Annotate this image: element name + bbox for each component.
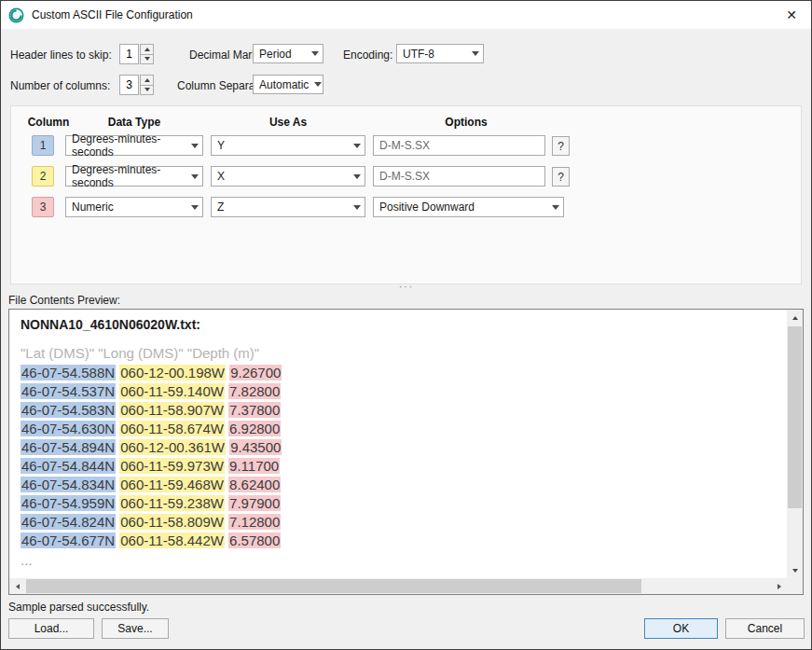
horizontal-scrollbar-thumb[interactable]	[26, 579, 641, 593]
scroll-left-button[interactable]	[9, 578, 25, 594]
horizontal-scrollbar[interactable]	[9, 578, 787, 594]
lat-cell: 46-07-54.588N	[21, 365, 116, 380]
num-columns-down-button[interactable]	[140, 85, 154, 96]
depth-cell: 7.12800	[228, 514, 281, 530]
depth-cell: 7.97900	[228, 495, 281, 511]
save-button[interactable]: Save...	[102, 618, 169, 639]
splitter-handle[interactable]: ···	[399, 282, 414, 291]
column-header-datatype: Data Type	[108, 116, 160, 129]
data-type-select-1[interactable]: Degrees-minutes-seconds	[65, 135, 203, 156]
depth-cell: 8.62400	[228, 477, 281, 492]
depth-cell: 9.26700	[229, 365, 282, 380]
depth-cell: 9.43500	[229, 439, 282, 455]
scroll-down-button[interactable]	[787, 562, 803, 578]
num-columns-spinner	[119, 75, 154, 95]
data-type-value: Degrees-minutes-seconds	[72, 163, 186, 189]
arrow-down-icon	[145, 57, 150, 61]
use-as-value: Y	[217, 139, 225, 152]
use-as-select-2[interactable]: X	[211, 166, 365, 187]
column-badge-2: 2	[32, 166, 54, 187]
arrow-right-icon	[778, 584, 781, 589]
options-input-1[interactable]	[373, 135, 545, 156]
load-button[interactable]: Load...	[8, 618, 94, 639]
use-as-value: X	[217, 170, 225, 183]
lat-cell: 46-07-54.537N	[21, 383, 116, 399]
vertical-scrollbar-thumb[interactable]	[788, 326, 802, 508]
column-badge-3: 3	[32, 197, 54, 217]
long-cell: 060-11-58.674W	[119, 421, 225, 436]
lat-cell: 46-07-54.844N	[21, 458, 116, 474]
preview-row: 46-07-54.824N 060-11-58.809W 7.12800	[21, 513, 776, 532]
use-as-value: Z	[217, 201, 224, 214]
column-header-useas: Use As	[269, 116, 307, 129]
column-separator-value: Automatic	[259, 78, 309, 91]
scroll-right-button[interactable]	[771, 578, 787, 594]
options-select-3[interactable]: Positive Downward	[373, 197, 564, 217]
long-cell: 060-11-59.468W	[119, 477, 225, 492]
status-text: Sample parsed successfully.	[8, 601, 149, 614]
encoding-label: Encoding:	[343, 48, 392, 62]
preview-filename: NONNA10_4610N06020W.txt:	[21, 317, 776, 332]
ok-button[interactable]: OK	[644, 618, 718, 639]
column-badge-1: 1	[32, 135, 54, 156]
scrollbar-corner	[787, 578, 803, 594]
options-input-2[interactable]	[373, 166, 545, 187]
column-config-row: 2 Degrees-minutes-seconds X ?	[11, 166, 801, 187]
vertical-scrollbar[interactable]	[787, 310, 803, 578]
decimal-mark-value: Period	[259, 48, 292, 61]
chevron-down-icon	[191, 205, 199, 210]
column-config-row: 1 Degrees-minutes-seconds Y ?	[11, 135, 801, 156]
arrow-up-icon	[792, 316, 798, 320]
header-lines-input[interactable]	[119, 44, 139, 64]
lat-cell: 46-07-54.894N	[21, 439, 116, 455]
preview-row: 46-07-54.959N 060-11-59.238W 7.97900	[21, 494, 776, 513]
long-cell: 060-11-59.140W	[119, 383, 225, 399]
options-value: Positive Downward	[379, 201, 475, 214]
arrow-left-icon	[16, 584, 20, 589]
window-title: Custom ASCII File Configuration	[32, 8, 193, 21]
preview-row: 46-07-54.630N 060-11-58.674W 6.92800	[21, 420, 776, 438]
app-icon	[8, 7, 24, 23]
long-cell: 060-11-58.907W	[119, 402, 225, 418]
long-cell: 060-11-59.973W	[119, 458, 225, 474]
scroll-up-button[interactable]	[787, 310, 803, 325]
data-type-value: Numeric	[72, 201, 114, 214]
column-separator-select[interactable]: Automatic	[253, 75, 323, 94]
preview-header-line: "Lat (DMS)" "Long (DMS)" "Depth (m)"	[21, 345, 776, 361]
use-as-select-3[interactable]: Z	[211, 197, 365, 217]
chevron-down-icon	[191, 144, 199, 148]
chevron-down-icon	[472, 51, 479, 56]
preview-row: 46-07-54.677N 060-11-58.442W 6.57800	[21, 532, 776, 550]
chevron-down-icon	[191, 174, 199, 179]
column-header-options: Options	[445, 116, 487, 129]
long-cell: 060-12-00.198W	[119, 365, 226, 380]
encoding-value: UTF-8	[403, 48, 434, 61]
decimal-mark-select[interactable]: Period	[253, 44, 323, 63]
help-button-2[interactable]: ?	[552, 167, 570, 187]
lat-cell: 46-07-54.583N	[21, 402, 116, 418]
cancel-button[interactable]: Cancel	[725, 618, 805, 639]
preview-row: 46-07-54.537N 060-11-59.140W 7.82800	[21, 382, 776, 401]
chevron-down-icon	[314, 82, 322, 87]
num-columns-input[interactable]	[119, 75, 139, 95]
depth-cell: 7.37800	[228, 402, 281, 418]
long-cell: 060-11-58.809W	[119, 514, 225, 530]
close-icon[interactable]: ✕	[776, 1, 807, 29]
data-type-select-2[interactable]: Degrees-minutes-seconds	[65, 166, 203, 187]
data-type-select-3[interactable]: Numeric	[65, 197, 203, 217]
header-lines-down-button[interactable]	[140, 54, 154, 65]
use-as-select-1[interactable]: Y	[211, 135, 365, 156]
encoding-select[interactable]: UTF-8	[396, 44, 484, 63]
chevron-down-icon	[353, 174, 361, 179]
file-contents-preview: NONNA10_4610N06020W.txt: "Lat (DMS)" "Lo…	[8, 309, 804, 595]
decimal-mark-label: Decimal Mark:	[189, 48, 261, 62]
preview-row: 46-07-54.844N 060-11-59.973W 9.11700	[21, 457, 776, 476]
help-button-1[interactable]: ?	[552, 136, 570, 156]
lat-cell: 46-07-54.677N	[21, 532, 116, 548]
data-type-value: Degrees-minutes-seconds	[72, 132, 186, 159]
columns-config-panel: Column Data Type Use As Options 1 Degree…	[10, 105, 802, 284]
long-cell: 060-12-00.361W	[119, 439, 226, 455]
lat-cell: 46-07-54.959N	[21, 495, 116, 511]
preview-row: 46-07-54.583N 060-11-58.907W 7.37800	[21, 401, 776, 420]
preview-row: 46-07-54.834N 060-11-59.468W 8.62400	[21, 476, 776, 494]
